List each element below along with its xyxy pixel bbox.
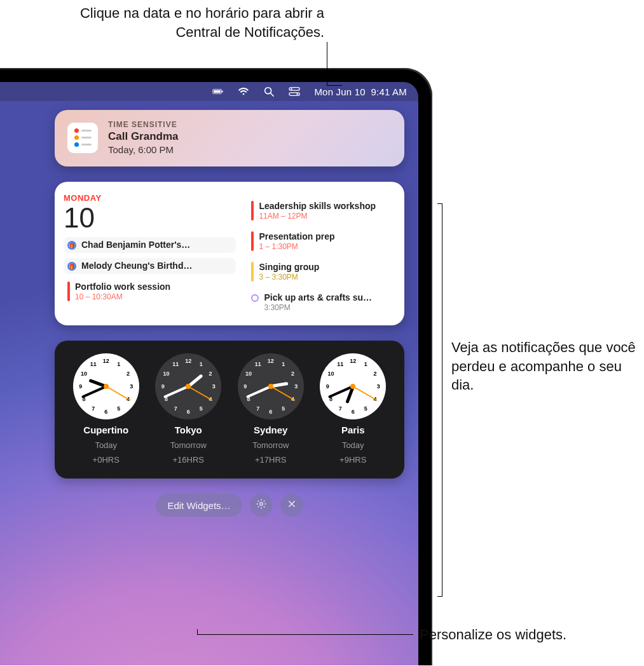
clock-city: Cupertino bbox=[83, 425, 128, 435]
clock-sydney[interactable]: 121234567891011SydneyTomorrow+17HRS bbox=[230, 353, 312, 465]
event-title: Leadership skills workshop bbox=[259, 201, 392, 211]
event-time: 10 – 10:30AM bbox=[75, 292, 232, 301]
menubar-date: Mon Jun 10 bbox=[314, 86, 365, 97]
clock-cupertino[interactable]: 121234567891011CupertinoToday+0HRS bbox=[65, 353, 147, 465]
callout-bracket bbox=[442, 203, 442, 596]
clock-face: 121234567891011 bbox=[238, 353, 304, 419]
notification-subtitle: Today, 6:00 PM bbox=[108, 144, 179, 155]
svg-point-9 bbox=[259, 503, 263, 506]
callout-line bbox=[197, 629, 198, 634]
event-title: Singing group bbox=[259, 262, 392, 272]
callout-line bbox=[327, 42, 327, 85]
event-time: 1 – 1:30PM bbox=[259, 242, 392, 251]
menubar-date-time[interactable]: Mon Jun 10 9:41 AM bbox=[314, 86, 407, 97]
event-title: Pick up arts & crafts su… bbox=[264, 292, 392, 302]
event-time: 3 – 3:30PM bbox=[259, 273, 392, 282]
clock-city: Tokyo bbox=[175, 425, 202, 435]
search-icon[interactable] bbox=[263, 86, 275, 97]
event-ring-icon bbox=[251, 294, 259, 302]
calendar-event[interactable]: Leadership skills workshop11AM – 12PM bbox=[247, 198, 395, 224]
notification-label: TIME SENSITIVE bbox=[108, 120, 179, 129]
svg-point-3 bbox=[265, 88, 271, 94]
calendar-widget[interactable]: MONDAY 10 🎁Chad Benjamin Potter's…🎁Melod… bbox=[55, 182, 404, 325]
clock-offset: +0HRS bbox=[93, 455, 120, 465]
calendar-dayname: MONDAY bbox=[64, 193, 236, 203]
clock-city: Sydney bbox=[254, 425, 287, 435]
menubar-time: 9:41 AM bbox=[371, 86, 407, 97]
event-title: Presentation prep bbox=[259, 231, 392, 241]
wifi-icon[interactable] bbox=[238, 86, 249, 97]
widget-controls: Edit Widgets… bbox=[55, 494, 404, 517]
callout-bottom: Personalize os widgets. bbox=[420, 625, 585, 644]
event-color-bar bbox=[67, 282, 70, 301]
calendar-event[interactable]: Singing group3 – 3:30PM bbox=[247, 259, 395, 285]
callout-line bbox=[327, 85, 342, 86]
callout-right: Veja as notificações que você perdeu e a… bbox=[451, 338, 636, 395]
clock-tokyo[interactable]: 121234567891011TokyoTomorrow+16HRS bbox=[147, 353, 230, 465]
svg-rect-2 bbox=[223, 91, 223, 93]
event-color-bar bbox=[251, 262, 254, 282]
settings-button[interactable] bbox=[250, 494, 273, 517]
event-title: Melody Cheung's Birthd… bbox=[81, 261, 232, 271]
clock-face: 121234567891011 bbox=[155, 353, 221, 419]
clock-offset: +9HRS bbox=[339, 455, 366, 465]
callout-line bbox=[197, 634, 413, 635]
control-center-icon[interactable] bbox=[289, 86, 300, 97]
notification-center: TIME SENSITIVE Call Grandma Today, 6:00 … bbox=[55, 110, 404, 517]
svg-point-6 bbox=[291, 88, 293, 90]
calendar-event[interactable]: Portfolio work session10 – 10:30AM bbox=[64, 279, 236, 304]
close-icon bbox=[286, 498, 298, 512]
callout-top: Clique na data e no horário para abrir a… bbox=[51, 4, 324, 41]
calendar-event[interactable]: 🎁Melody Cheung's Birthd… bbox=[64, 258, 236, 274]
gift-icon: 🎁 bbox=[67, 241, 76, 250]
close-button[interactable] bbox=[280, 494, 303, 517]
clock-paris[interactable]: 121234567891011ParisToday+9HRS bbox=[312, 353, 395, 465]
clock-city: Paris bbox=[341, 425, 365, 435]
clock-face: 121234567891011 bbox=[320, 353, 386, 419]
calendar-event[interactable]: Presentation prep1 – 1:30PM bbox=[247, 229, 395, 254]
reminders-app-icon bbox=[67, 123, 98, 153]
gift-icon: 🎁 bbox=[67, 262, 76, 271]
svg-line-4 bbox=[271, 93, 274, 97]
svg-rect-1 bbox=[214, 90, 221, 93]
event-time: 3:30PM bbox=[264, 303, 392, 312]
menubar: Mon Jun 10 9:41 AM bbox=[0, 82, 418, 101]
device-frame: Mon Jun 10 9:41 AM TIME SENSITIVE Call G… bbox=[0, 68, 432, 665]
world-clock-widget[interactable]: 121234567891011CupertinoToday+0HRS121234… bbox=[55, 341, 404, 479]
event-color-bar bbox=[251, 201, 254, 221]
notification-title: Call Grandma bbox=[108, 130, 179, 143]
battery-icon[interactable] bbox=[212, 86, 224, 97]
svg-point-8 bbox=[297, 93, 299, 95]
notification-card[interactable]: TIME SENSITIVE Call Grandma Today, 6:00 … bbox=[55, 110, 404, 166]
edit-widgets-button[interactable]: Edit Widgets… bbox=[156, 494, 242, 517]
calendar-daynum: 10 bbox=[64, 204, 236, 232]
clock-face: 121234567891011 bbox=[73, 353, 139, 419]
event-time: 11AM – 12PM bbox=[259, 212, 392, 221]
clock-day: Tomorrow bbox=[252, 440, 289, 450]
event-title: Chad Benjamin Potter's… bbox=[81, 240, 232, 250]
calendar-event[interactable]: Pick up arts & crafts su…3:30PM bbox=[247, 290, 395, 315]
callout-bracket bbox=[437, 203, 442, 204]
event-title: Portfolio work session bbox=[75, 282, 232, 292]
callout-bracket bbox=[437, 596, 442, 597]
clock-day: Tomorrow bbox=[170, 440, 207, 450]
gear-icon bbox=[256, 498, 267, 512]
clock-day: Today bbox=[342, 440, 364, 450]
clock-day: Today bbox=[95, 440, 117, 450]
calendar-event[interactable]: 🎁Chad Benjamin Potter's… bbox=[64, 237, 236, 253]
screen: Mon Jun 10 9:41 AM TIME SENSITIVE Call G… bbox=[0, 82, 418, 665]
clock-offset: +17HRS bbox=[255, 455, 287, 465]
event-color-bar bbox=[251, 231, 254, 251]
clock-offset: +16HRS bbox=[173, 455, 205, 465]
